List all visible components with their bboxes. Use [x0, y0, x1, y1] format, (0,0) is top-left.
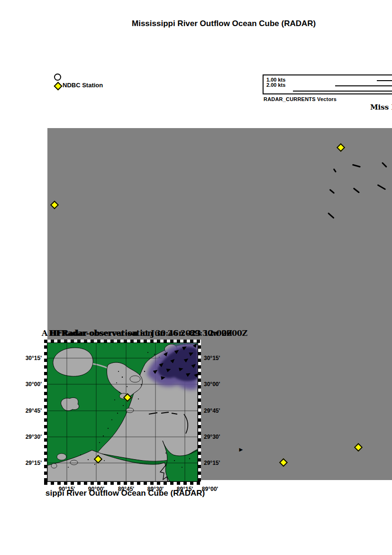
frame-bottom	[44, 481, 201, 485]
lat-label-left: 30°00'	[20, 381, 42, 388]
lat-label-right: 30°15'	[204, 355, 220, 361]
lat-label-left: 29°45'	[20, 407, 42, 414]
figure-title-bottom: Mississippi River Outflow Ocean Cube (RA…	[45, 489, 205, 498]
lat-label-left: 29°15'	[20, 460, 42, 466]
figure-title: Mississippi River Outflow Ocean Cube (RA…	[132, 19, 316, 28]
ndbc-station-label: NDBC Station	[63, 82, 103, 89]
lake-salvador	[61, 398, 79, 411]
inset-coastal-map	[44, 340, 201, 485]
lat-label-right: 30°00'	[204, 381, 220, 388]
barataria-bay	[57, 453, 66, 460]
station-diamond-icon	[54, 82, 62, 90]
miss-river-caption: Miss Ri	[370, 103, 392, 111]
scale-3kt-line	[293, 91, 392, 92]
lat-label-left: 30°15'	[20, 355, 42, 361]
barataria-bay	[70, 460, 78, 465]
scale-2kt-line	[335, 85, 392, 86]
barataria-bay	[51, 463, 57, 468]
lat-label-right: 29°45'	[204, 407, 220, 414]
inset-map-canvas	[47, 343, 198, 481]
radar-currents-caption: RADAR_CURRENTS Vectors	[264, 96, 337, 102]
station-circle-icon	[54, 74, 61, 81]
scale-2kt-label: 2.00 kts	[266, 83, 285, 88]
timestamp-annotation-b: HFRadar-observer-sation 30:46n -89:30w 2…	[49, 329, 247, 338]
marsh-pond	[126, 408, 134, 413]
scale-1kt-line	[377, 80, 392, 81]
lat-label-right: 29°30'	[204, 434, 220, 440]
frame-right	[198, 343, 201, 481]
frame-left	[44, 343, 47, 481]
lat-label-left: 29°30'	[20, 434, 42, 440]
coastline-svg	[47, 343, 198, 481]
bottom-title-clip: Mississippi River Outflow Ocean Cube (RA…	[45, 489, 235, 501]
marsh-pond	[130, 376, 140, 382]
figure-page: { "title": "Mississippi River Outflow Oc…	[0, 0, 392, 555]
scale-arrow-icon: ►	[238, 446, 244, 453]
lat-label-right: 29°15'	[204, 460, 220, 466]
frame-top	[44, 340, 201, 343]
